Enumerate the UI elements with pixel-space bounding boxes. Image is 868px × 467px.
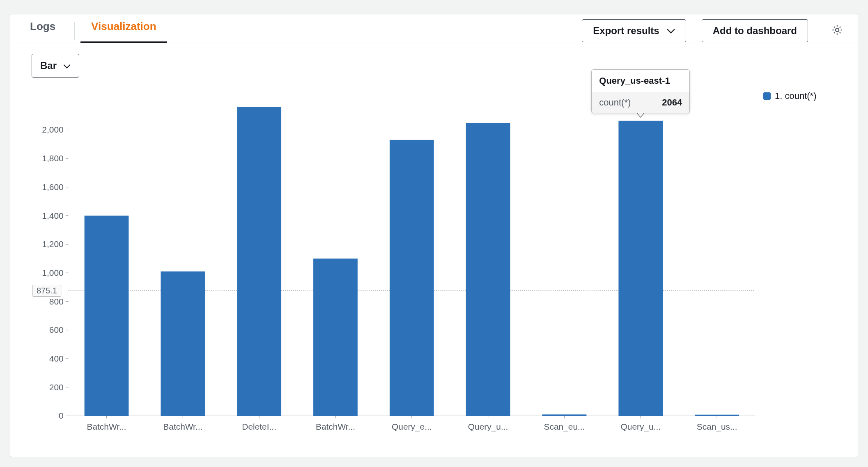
tooltip-title: Query_us-east-1 (592, 70, 689, 92)
plot-area: 02004006008001,0001,2001,4001,6001,8002,… (32, 85, 759, 440)
svg-text:1,400: 1,400 (42, 211, 63, 220)
svg-text:BatchWr...: BatchWr... (316, 422, 355, 431)
results-panel: Logs Visualization Export results Add to… (10, 14, 858, 457)
chart-type-label: Bar (40, 60, 57, 71)
tab-visualization[interactable]: Visualization (89, 20, 158, 43)
legend-swatch (763, 92, 771, 100)
tooltip-value: 2064 (662, 97, 682, 108)
svg-text:Query_u...: Query_u... (621, 422, 661, 432)
svg-text:BatchWr...: BatchWr... (87, 422, 126, 431)
legend-label: 1. count(*) (775, 91, 817, 101)
tooltip-pointer-icon (636, 113, 645, 118)
svg-text:Scan_eu...: Scan_eu... (544, 422, 585, 432)
svg-text:1,800: 1,800 (42, 153, 63, 163)
caret-down-icon (667, 25, 675, 37)
svg-text:BatchWr...: BatchWr... (163, 422, 202, 431)
tooltip-row: count(*) 2064 (592, 92, 689, 113)
svg-text:1,000: 1,000 (42, 268, 63, 277)
chart-body: Bar 02004006008001,0001,2001,4001,6001,8… (10, 43, 858, 457)
bar[interactable] (466, 123, 510, 416)
bar[interactable] (390, 140, 434, 416)
bar[interactable] (542, 414, 587, 416)
bar[interactable] (313, 259, 358, 416)
svg-point-0 (836, 28, 839, 32)
caret-down-icon (63, 60, 71, 71)
toolbar-vertical-divider (818, 21, 818, 41)
results-toolbar: Logs Visualization Export results Add to… (10, 14, 858, 43)
bar[interactable] (695, 414, 739, 416)
svg-text:Scan_us...: Scan_us... (697, 422, 737, 432)
svg-text:1,600: 1,600 (42, 182, 63, 192)
svg-text:400: 400 (49, 354, 64, 363)
svg-text:2,000: 2,000 (42, 125, 63, 134)
tab-divider (74, 22, 75, 40)
bar[interactable] (237, 107, 281, 416)
bar-chart-svg[interactable]: 02004006008001,0001,2001,4001,6001,8002,… (32, 85, 759, 440)
tab-logs[interactable]: Logs (28, 20, 58, 43)
add-to-dashboard-button[interactable]: Add to dashboard (702, 19, 808, 42)
export-results-button[interactable]: Export results (582, 19, 686, 42)
tooltip-metric: count(*) (599, 97, 631, 108)
gear-icon (831, 24, 843, 38)
results-tabs: Logs Visualization (28, 19, 159, 43)
bar[interactable] (161, 271, 205, 416)
chart-column: Bar 02004006008001,0001,2001,4001,6001,8… (32, 54, 759, 440)
settings-button[interactable] (828, 22, 846, 40)
svg-text:1,200: 1,200 (42, 239, 63, 249)
svg-text:600: 600 (49, 325, 64, 334)
svg-text:Query_e...: Query_e... (392, 422, 432, 432)
svg-text:200: 200 (49, 382, 64, 392)
svg-text:875.1: 875.1 (37, 286, 57, 295)
svg-text:DeleteI...: DeleteI... (242, 422, 276, 431)
svg-text:Query_u...: Query_u... (468, 422, 508, 432)
svg-text:0: 0 (59, 411, 64, 420)
chart-tooltip: Query_us-east-1 count(*) 2064 (591, 69, 690, 113)
bar[interactable] (618, 121, 663, 416)
svg-text:800: 800 (49, 297, 64, 306)
export-results-label: Export results (593, 25, 659, 37)
legend: 1. count(*) (763, 54, 845, 440)
add-to-dashboard-label: Add to dashboard (713, 25, 797, 37)
legend-item[interactable]: 1. count(*) (763, 91, 845, 101)
bar[interactable] (85, 215, 129, 416)
chart-type-select[interactable]: Bar (32, 54, 79, 78)
